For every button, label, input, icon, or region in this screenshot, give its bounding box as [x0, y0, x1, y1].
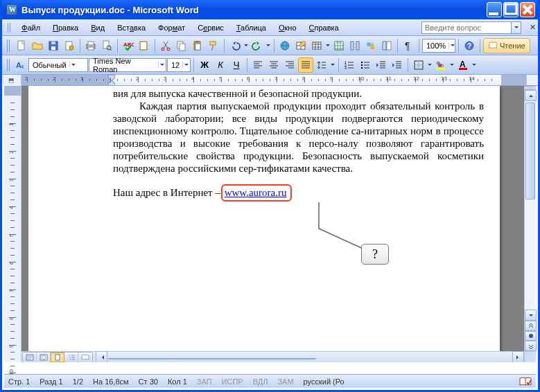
- menu-table[interactable]: Таблица: [231, 22, 272, 33]
- font-color-dropdown[interactable]: [471, 62, 477, 68]
- normal-view-button[interactable]: [23, 353, 37, 362]
- excel-button[interactable]: [331, 38, 347, 53]
- outdent-button[interactable]: [374, 57, 389, 73]
- status-rec[interactable]: ЗАП: [197, 377, 212, 386]
- line-spacing-button[interactable]: [314, 57, 329, 73]
- paste-button[interactable]: [190, 38, 205, 53]
- hyperlink-button[interactable]: [277, 38, 293, 53]
- next-page-button[interactable]: [525, 341, 537, 351]
- status-trk[interactable]: ИСПР: [222, 377, 243, 386]
- menubar-grip[interactable]: [8, 23, 12, 33]
- save-button[interactable]: [46, 38, 61, 53]
- menu-file[interactable]: Файл: [16, 22, 46, 33]
- zoom-combo[interactable]: 100%: [422, 39, 455, 53]
- undo-button[interactable]: [227, 38, 243, 53]
- menu-view[interactable]: Вид: [85, 22, 110, 33]
- align-right-button[interactable]: [282, 57, 297, 73]
- highlight-button[interactable]: ab: [433, 57, 448, 73]
- status-page[interactable]: Стр. 1: [8, 377, 30, 386]
- open-button[interactable]: [30, 38, 45, 53]
- status-ext[interactable]: ВДЛ: [253, 377, 268, 386]
- spellcheck-button[interactable]: ABC: [121, 38, 136, 53]
- copy-button[interactable]: [174, 38, 189, 53]
- underline-button[interactable]: Ч: [229, 57, 244, 73]
- toolbar-grip[interactable]: [7, 39, 11, 52]
- print-button[interactable]: [83, 38, 98, 53]
- indent-button[interactable]: [390, 57, 405, 73]
- format-painter-button[interactable]: [206, 38, 221, 53]
- help-button[interactable]: ?: [462, 38, 477, 53]
- research-button[interactable]: [137, 38, 152, 53]
- print-preview-button[interactable]: [99, 38, 114, 53]
- status-pages[interactable]: 1/2: [73, 377, 83, 386]
- bullets-button[interactable]: [358, 57, 373, 73]
- redo-dropdown[interactable]: [265, 42, 271, 48]
- vscroll-thumb[interactable]: [525, 103, 535, 199]
- highlight-dropdown[interactable]: [449, 62, 455, 68]
- reading-view-button[interactable]: [78, 353, 92, 362]
- insert-table-button[interactable]: [309, 38, 324, 53]
- new-button[interactable]: [14, 38, 29, 53]
- status-ovr[interactable]: ЗАМ: [277, 377, 293, 386]
- hscroll-thumb[interactable]: [108, 358, 316, 359]
- status-col[interactable]: Кол 1: [168, 377, 187, 386]
- reading-layout-button[interactable]: Чтение: [483, 38, 530, 53]
- drawing-button[interactable]: [363, 38, 378, 53]
- menu-format[interactable]: Формат: [153, 22, 191, 33]
- align-left-button[interactable]: [250, 57, 265, 73]
- ask-question-input[interactable]: [421, 21, 512, 34]
- hscroll-right-button[interactable]: [512, 351, 524, 362]
- browse-object-button[interactable]: [525, 331, 537, 341]
- callout-box[interactable]: ?: [361, 244, 389, 265]
- style-combo[interactable]: Обычный: [28, 58, 88, 72]
- hscroll-left-button[interactable]: [96, 351, 107, 362]
- hanging-indent-marker[interactable]: [108, 80, 115, 85]
- web-view-button[interactable]: [37, 353, 51, 362]
- status-line[interactable]: Ст 30: [139, 377, 158, 386]
- undo-dropdown[interactable]: [243, 42, 249, 48]
- hyperlink[interactable]: www.aurora.ru: [225, 187, 287, 198]
- font-color-button[interactable]: A: [455, 57, 471, 73]
- menu-tools[interactable]: Сервис: [192, 22, 229, 33]
- prev-page-button[interactable]: [525, 321, 537, 331]
- numbering-button[interactable]: 123: [342, 57, 357, 73]
- status-lang[interactable]: русский (Ро: [304, 377, 345, 386]
- menu-insert[interactable]: Вставка: [112, 22, 151, 33]
- italic-button[interactable]: К: [213, 57, 228, 73]
- vscroll-up-button[interactable]: [525, 90, 537, 101]
- document-close-button[interactable]: ✕: [527, 22, 538, 33]
- ask-question-dropdown[interactable]: [512, 21, 521, 34]
- ruler-corner[interactable]: ⬒: [2, 75, 21, 86]
- styles-pane-button[interactable]: A4: [14, 57, 28, 73]
- window-minimize-button[interactable]: [487, 2, 502, 17]
- borders-button[interactable]: [411, 57, 426, 73]
- show-marks-button[interactable]: ¶: [401, 38, 416, 53]
- document-area[interactable]: вия для выпуска качественной и безопасно…: [21, 86, 536, 362]
- align-center-button[interactable]: [266, 57, 281, 73]
- fontsize-combo[interactable]: 12: [167, 58, 191, 72]
- print-view-button[interactable]: [51, 353, 64, 362]
- insert-table-dropdown[interactable]: [325, 42, 331, 48]
- align-justify-button[interactable]: [298, 57, 313, 73]
- borders-dropdown[interactable]: [427, 62, 433, 68]
- redo-button[interactable]: [250, 38, 265, 53]
- docmap-button[interactable]: [379, 38, 394, 53]
- vertical-ruler[interactable]: 12345678910: [4, 86, 21, 362]
- formatting-grip[interactable]: [7, 59, 11, 71]
- font-combo[interactable]: Times New Roman: [89, 58, 166, 72]
- window-maximize-button[interactable]: [503, 2, 519, 17]
- line-spacing-dropdown[interactable]: [330, 62, 336, 68]
- horizontal-ruler[interactable]: 321234567891011121314: [21, 75, 526, 85]
- vscroll-track[interactable]: [525, 101, 536, 310]
- bold-button[interactable]: Ж: [197, 57, 212, 73]
- columns-button[interactable]: [347, 38, 363, 53]
- status-section[interactable]: Разд 1: [40, 377, 62, 386]
- window-close-button[interactable]: [520, 2, 535, 17]
- status-at[interactable]: На 16,8см: [93, 377, 129, 386]
- cut-button[interactable]: [158, 38, 173, 53]
- menu-help[interactable]: Справка: [304, 22, 345, 33]
- menu-edit[interactable]: Правка: [47, 22, 84, 33]
- permission-button[interactable]: [62, 38, 77, 53]
- tables-borders-button[interactable]: [293, 38, 308, 53]
- spelling-status-icon[interactable]: [519, 377, 532, 386]
